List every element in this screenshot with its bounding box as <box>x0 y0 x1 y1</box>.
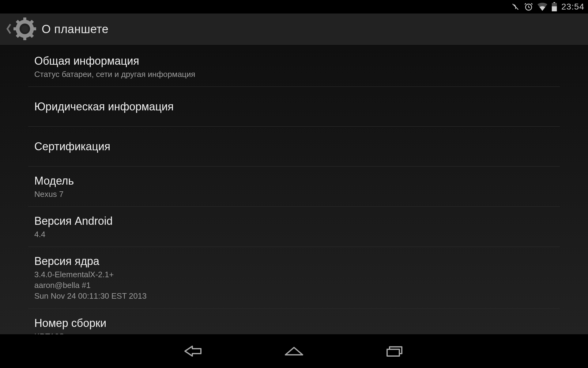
item-kernel-version[interactable]: Версия ядра 3.4.0-ElementalX-2.1+ aaron@… <box>28 247 560 309</box>
wifi-icon <box>537 2 547 11</box>
back-caret-icon[interactable] <box>6 23 12 36</box>
item-subtitle: 3.4.0-ElementalX-2.1+ aaron@bella #1 Sun… <box>34 269 554 301</box>
item-certification[interactable]: Сертификация <box>28 127 560 167</box>
page-title: О планшете <box>42 23 108 36</box>
item-title: Модель <box>34 174 554 188</box>
svg-point-4 <box>21 25 28 32</box>
svg-rect-5 <box>23 17 26 22</box>
settings-icon[interactable] <box>13 17 36 41</box>
vibrate-icon <box>511 2 520 11</box>
nav-back-button[interactable] <box>183 344 204 358</box>
item-title: Сертификация <box>34 140 554 153</box>
content-area: Общая информация Статус батареи, сети и … <box>0 45 588 334</box>
status-clock: 23:54 <box>561 2 584 12</box>
item-title: Версия ядра <box>34 254 554 268</box>
item-android-version[interactable]: Версия Android 4.4 <box>28 207 560 247</box>
battery-icon <box>552 2 557 11</box>
item-title: Версия Android <box>34 214 554 228</box>
item-subtitle: KRT16S <box>34 331 554 334</box>
item-general-info[interactable]: Общая информация Статус батареи, сети и … <box>28 47 560 87</box>
item-subtitle: Статус батареи, сети и другая информация <box>34 69 554 80</box>
nav-recents-button[interactable] <box>384 344 405 358</box>
svg-rect-7 <box>13 27 18 30</box>
alarm-icon <box>524 2 533 11</box>
navigation-bar <box>0 334 588 368</box>
svg-rect-8 <box>32 27 36 30</box>
svg-rect-3 <box>553 2 555 3</box>
item-title: Юридическая информация <box>34 100 554 113</box>
item-build-number[interactable]: Номер сборки KRT16S <box>28 309 560 334</box>
svg-rect-13 <box>387 349 399 356</box>
item-subtitle: 4.4 <box>34 229 554 240</box>
item-legal-info[interactable]: Юридическая информация <box>28 87 560 127</box>
about-list: Общая информация Статус батареи, сети и … <box>28 47 560 334</box>
nav-home-button[interactable] <box>284 344 304 358</box>
svg-rect-6 <box>23 36 26 40</box>
status-bar: 23:54 <box>0 0 588 13</box>
item-title: Общая информация <box>34 54 554 68</box>
svg-rect-2 <box>552 6 557 11</box>
action-bar: О планшете <box>0 13 588 45</box>
item-model[interactable]: Модель Nexus 7 <box>28 167 560 207</box>
item-title: Номер сборки <box>34 316 554 330</box>
item-subtitle: Nexus 7 <box>34 189 554 200</box>
